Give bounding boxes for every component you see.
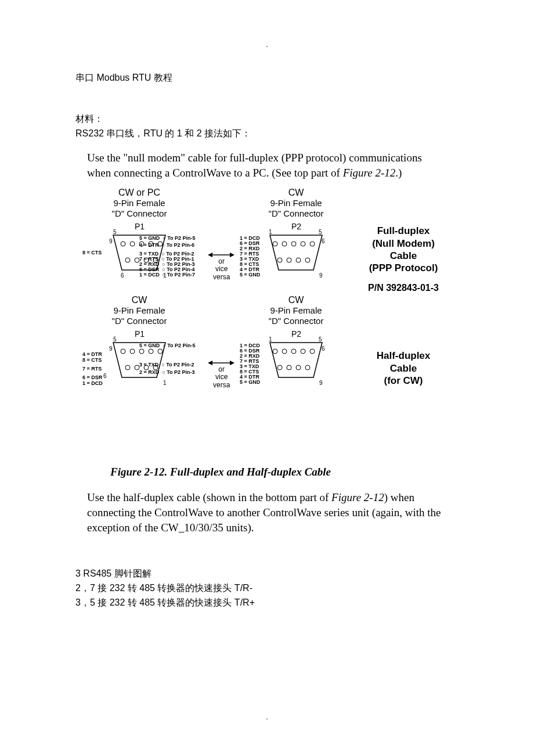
svg-point-13 xyxy=(310,242,315,246)
svg-point-9 xyxy=(273,242,277,246)
doc-title: 串口 Modbus RTU 教程 xyxy=(75,72,459,84)
hd-l2: Cable xyxy=(351,362,456,375)
intro-paragraph: Use the "null modem" cable for full-dupl… xyxy=(87,150,447,180)
svg-point-23 xyxy=(139,349,144,354)
pinnum: 9 xyxy=(319,380,323,386)
arrow-versa: versa xyxy=(213,273,230,281)
svg-point-33 xyxy=(301,349,305,354)
svg-point-17 xyxy=(305,258,310,262)
left-pin-label: 4 = DTR xyxy=(82,351,102,357)
connector-label-top-left: CW or PC 9-Pin Female "D" Connector xyxy=(104,187,174,219)
db9-connector-p2-bot xyxy=(267,340,325,380)
fd-l2: (Null Modem) xyxy=(351,237,456,250)
cl-tl-3: "D" Connector xyxy=(104,208,174,219)
left-pin-label: 6 = DSR xyxy=(82,375,102,380)
part-number: P/N 392843-01-3 xyxy=(351,282,456,294)
fd-l1: Full-duplex xyxy=(351,225,456,237)
left-pin-label: 8 = CTS xyxy=(82,357,102,363)
svg-point-21 xyxy=(121,349,125,354)
pin-p2: 5 = GND xyxy=(240,272,260,278)
svg-point-30 xyxy=(273,349,277,354)
arrow-vice: vice xyxy=(213,265,230,273)
hd-l1: Half-duplex xyxy=(351,350,456,362)
cl-tr-2: 9-Pin Female xyxy=(261,198,331,208)
svg-marker-40 xyxy=(208,361,212,365)
svg-point-5 xyxy=(125,258,130,262)
pinnum: 9 xyxy=(109,345,113,352)
fd-l4: (PPP Protocol) xyxy=(351,262,456,274)
svg-point-24 xyxy=(149,349,153,354)
pin-p1: 4 = DTR ○ To P2 Pin-6 xyxy=(139,243,194,248)
pin-p2-half: 5 = GND xyxy=(240,380,260,385)
svg-point-12 xyxy=(301,242,305,246)
cl-bl-1: CW xyxy=(104,294,174,305)
fd-l3: Cable xyxy=(351,250,456,262)
svg-point-35 xyxy=(277,365,282,370)
svg-point-10 xyxy=(282,242,287,246)
connector-label-bot-left: CW 9-Pin Female "D" Connector xyxy=(104,294,174,326)
p2-label-top: P2 xyxy=(291,222,301,231)
svg-point-1 xyxy=(130,242,135,246)
svg-marker-41 xyxy=(230,361,234,365)
intro-figure-ref: Figure 2-12 xyxy=(343,167,396,179)
connector-label-top-right: CW 9-Pin Female "D" Connector xyxy=(261,187,331,219)
cl-tl-2: 9-Pin Female xyxy=(104,198,174,208)
svg-point-32 xyxy=(291,349,296,354)
cl-br-1: CW xyxy=(261,294,331,305)
svg-point-11 xyxy=(291,242,296,246)
pinnum: 1 xyxy=(269,229,272,235)
svg-point-34 xyxy=(310,349,315,354)
half-duplex-label: Half-duplex Cable (for CW) xyxy=(351,350,456,387)
pin-p1: 1 = DCD ○ To P2 Pin-7 xyxy=(139,272,195,278)
arrow-text-top: or vice versa xyxy=(213,258,230,281)
svg-point-25 xyxy=(158,349,163,354)
cl-bl-3: "D" Connector xyxy=(104,316,174,326)
svg-point-26 xyxy=(125,365,130,370)
materials-line: RS232 串口线，RTU 的 1 和 2 接法如下： xyxy=(75,128,459,140)
connector-label-bot-right: CW 9-Pin Female "D" Connector xyxy=(261,294,331,326)
svg-point-16 xyxy=(296,258,301,262)
cl-br-3: "D" Connector xyxy=(261,316,331,326)
svg-point-38 xyxy=(305,365,310,370)
cl-tr-1: CW xyxy=(261,187,331,198)
svg-point-22 xyxy=(130,349,135,354)
left-pin-label: 8 = CTS xyxy=(82,250,102,255)
cl-tl-1: CW or PC xyxy=(104,187,174,198)
pinnum: 5 xyxy=(113,229,117,235)
cable-diagram: CW or PC 9-Pin Female "D" Connector CW 9… xyxy=(87,187,459,445)
hd-l3: (for CW) xyxy=(351,375,456,387)
page-footer-dot: . xyxy=(0,713,534,721)
pinnum: 6 xyxy=(322,238,325,244)
rs485-notes: 3 RS485 脚针图解 2，7 接 232 转 485 转换器的快速接头 T/… xyxy=(75,567,459,610)
para-half-duplex: Use the half-duplex cable (shown in the … xyxy=(87,490,447,535)
p2-label-bot: P2 xyxy=(291,329,301,339)
left-pin-label: 7 = RTS xyxy=(82,366,102,372)
pin-p1-half: 2 = RXD ○ To P2 Pin-3 xyxy=(139,370,195,375)
svg-point-14 xyxy=(277,258,282,262)
pinnum: 5 xyxy=(113,336,117,343)
svg-point-0 xyxy=(121,242,125,246)
p1-label-bot: P1 xyxy=(135,329,145,339)
pinnum: 1 xyxy=(269,336,272,343)
svg-marker-19 xyxy=(208,253,212,257)
pinnum: 6 xyxy=(121,272,124,279)
pinnum: 5 xyxy=(319,229,322,235)
materials-label: 材料： xyxy=(75,113,459,125)
cl-tr-3: "D" Connector xyxy=(261,208,331,219)
svg-point-6 xyxy=(135,258,139,262)
arrow-vice: vice xyxy=(213,373,230,381)
cl-br-2: 9-Pin Female xyxy=(261,305,331,316)
arrow-text-bot: or vice versa xyxy=(213,366,230,389)
db9-connector-p2-top xyxy=(267,232,325,273)
svg-point-31 xyxy=(282,349,287,354)
para2-t1: Use the half-duplex cable (shown in the … xyxy=(87,491,331,503)
pin-p1-half: 5 = GND ○ To P2 Pin-5 xyxy=(139,343,196,348)
svg-point-15 xyxy=(287,258,291,262)
pinnum: 6 xyxy=(103,373,107,379)
figure-caption: Figure 2-12. Full-duplex and Half-duplex… xyxy=(110,466,459,478)
arrow-versa: versa xyxy=(213,381,230,389)
page-content: 串口 Modbus RTU 教程 材料： RS232 串口线，RTU 的 1 和… xyxy=(0,49,534,610)
left-pin-label: 1 = DCD xyxy=(82,380,103,386)
svg-point-37 xyxy=(296,365,301,370)
pinnum: 5 xyxy=(319,336,322,343)
